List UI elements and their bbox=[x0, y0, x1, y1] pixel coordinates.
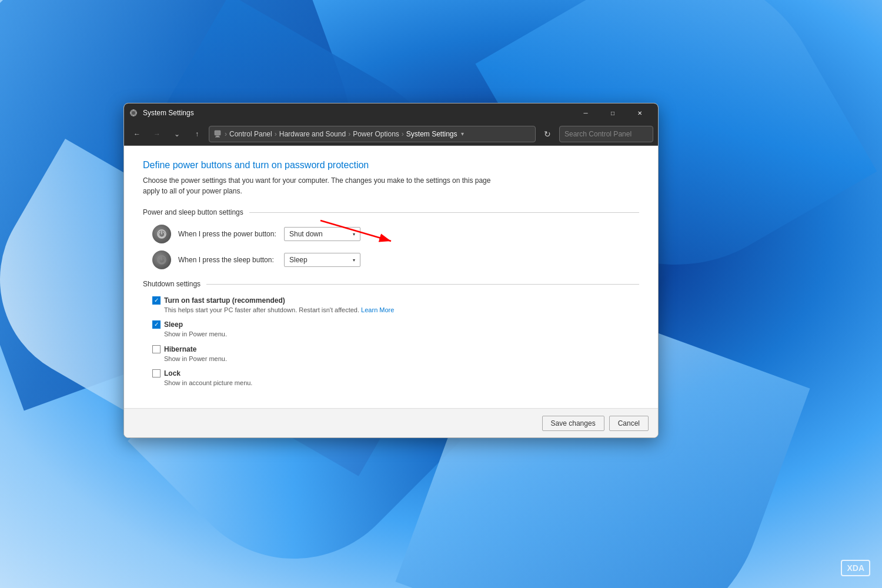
power-sleep-section-title: Power and sleep button settings bbox=[143, 208, 243, 216]
hibernate-checkbox-wrap: Hibernate bbox=[152, 345, 227, 353]
breadcrumb-dropdown-icon: ▾ bbox=[461, 131, 464, 137]
power-sleep-section-header: Power and sleep button settings bbox=[143, 208, 639, 216]
breadcrumb-sep-0: › bbox=[225, 130, 227, 138]
sleep-button-dropdown-arrow: ▾ bbox=[353, 258, 355, 263]
sleep-desc: Show in Power menu. bbox=[152, 330, 227, 339]
maximize-button[interactable]: □ bbox=[599, 103, 626, 122]
shutdown-section-header: Shutdown settings bbox=[143, 280, 639, 288]
breadcrumb-sep-3: › bbox=[402, 130, 404, 138]
fast-startup-label: Turn on fast startup (recommended) bbox=[164, 296, 285, 305]
sleep-checkbox-wrap: ✓ Sleep bbox=[152, 320, 227, 329]
sleep-row: ✓ Sleep Show in Power menu. bbox=[143, 320, 639, 339]
window-controls: ─ □ ✕ bbox=[572, 103, 653, 122]
title-bar: System Settings ─ □ ✕ bbox=[124, 103, 658, 122]
section-divider bbox=[249, 212, 639, 213]
save-changes-button[interactable]: Save changes bbox=[542, 416, 604, 431]
cancel-button[interactable]: Cancel bbox=[609, 416, 649, 431]
system-settings-window: System Settings ─ □ ✕ ← → ⌄ ↑ › Control … bbox=[123, 103, 659, 438]
sleep-check-mark: ✓ bbox=[154, 322, 159, 328]
hibernate-desc: Show in Power menu. bbox=[152, 355, 227, 363]
pc-icon bbox=[214, 130, 222, 138]
search-box[interactable] bbox=[559, 126, 653, 142]
fast-startup-row: ✓ Turn on fast startup (recommended) Thi… bbox=[143, 296, 639, 315]
recent-locations-button[interactable]: ⌄ bbox=[169, 126, 185, 142]
svg-rect-5 bbox=[215, 136, 220, 137]
search-input[interactable] bbox=[564, 130, 653, 138]
learn-more-link[interactable]: Learn More bbox=[361, 306, 394, 313]
power-button-dropdown-arrow: ▾ bbox=[353, 232, 355, 237]
breadcrumb-control-panel[interactable]: Control Panel bbox=[229, 130, 272, 138]
back-button[interactable]: ← bbox=[129, 126, 145, 142]
up-button[interactable]: ↑ bbox=[189, 126, 205, 142]
breadcrumb-sep-2: › bbox=[348, 130, 350, 138]
sleep-checkbox[interactable]: ✓ bbox=[152, 320, 161, 329]
page-title: Define power buttons and turn on passwor… bbox=[143, 160, 639, 171]
power-button-icon bbox=[152, 225, 171, 243]
sleep-button-row: When I press the sleep button: Sleep ▾ bbox=[143, 250, 639, 269]
page-description: Choose the power settings that you want … bbox=[143, 175, 496, 196]
address-bar: ← → ⌄ ↑ › Control Panel › Hardware and S… bbox=[124, 122, 658, 146]
shutdown-section-title: Shutdown settings bbox=[143, 280, 201, 288]
xda-watermark: XDA bbox=[841, 560, 870, 576]
shutdown-section-divider bbox=[206, 284, 639, 285]
sleep-label: Sleep bbox=[164, 320, 183, 329]
lock-label: Lock bbox=[164, 369, 181, 377]
fast-startup-desc: This helps start your PC faster after sh… bbox=[152, 306, 394, 315]
fast-startup-checkbox[interactable]: ✓ bbox=[152, 296, 161, 305]
power-button-label: When I press the power button: bbox=[178, 230, 284, 238]
svg-rect-2 bbox=[215, 131, 220, 135]
breadcrumb-system-settings: System Settings bbox=[406, 130, 457, 138]
fast-startup-check-mark: ✓ bbox=[154, 298, 159, 303]
hibernate-checkbox[interactable] bbox=[152, 345, 161, 353]
breadcrumb-bar[interactable]: › Control Panel › Hardware and Sound › P… bbox=[209, 126, 536, 142]
hibernate-label: Hibernate bbox=[164, 345, 196, 353]
svg-rect-4 bbox=[216, 136, 219, 137]
breadcrumb-sep-1: › bbox=[275, 130, 277, 138]
svg-point-1 bbox=[132, 111, 135, 115]
sleep-button-label: When I press the sleep button: bbox=[178, 256, 284, 264]
hibernate-row: Hibernate Show in Power menu. bbox=[143, 345, 639, 363]
close-button[interactable]: ✕ bbox=[626, 103, 653, 122]
footer: Save changes Cancel bbox=[124, 408, 658, 437]
sleep-button-dropdown[interactable]: Sleep ▾ bbox=[284, 253, 360, 267]
breadcrumb-power-options[interactable]: Power Options bbox=[353, 130, 399, 138]
lock-desc: Show in account picture menu. bbox=[152, 379, 252, 387]
window-icon bbox=[129, 108, 138, 118]
breadcrumb-hardware-sound[interactable]: Hardware and Sound bbox=[279, 130, 346, 138]
fast-startup-checkbox-wrap: ✓ Turn on fast startup (recommended) bbox=[152, 296, 394, 305]
sleep-button-value: Sleep bbox=[289, 256, 308, 264]
power-button-value: Shut down bbox=[289, 230, 323, 238]
lock-checkbox-wrap: Lock bbox=[152, 369, 252, 377]
power-button-dropdown[interactable]: Shut down ▾ bbox=[284, 227, 360, 241]
content-area: Define power buttons and turn on passwor… bbox=[124, 146, 658, 408]
lock-row: Lock Show in account picture menu. bbox=[143, 369, 639, 387]
sleep-button-icon bbox=[152, 250, 171, 269]
power-button-row: When I press the power button: Shut down… bbox=[143, 225, 639, 243]
forward-button[interactable]: → bbox=[149, 126, 165, 142]
lock-checkbox[interactable] bbox=[152, 369, 161, 377]
window-title: System Settings bbox=[143, 109, 194, 117]
minimize-button[interactable]: ─ bbox=[572, 103, 599, 122]
title-bar-left: System Settings bbox=[129, 108, 194, 118]
refresh-button[interactable]: ↻ bbox=[539, 126, 556, 142]
